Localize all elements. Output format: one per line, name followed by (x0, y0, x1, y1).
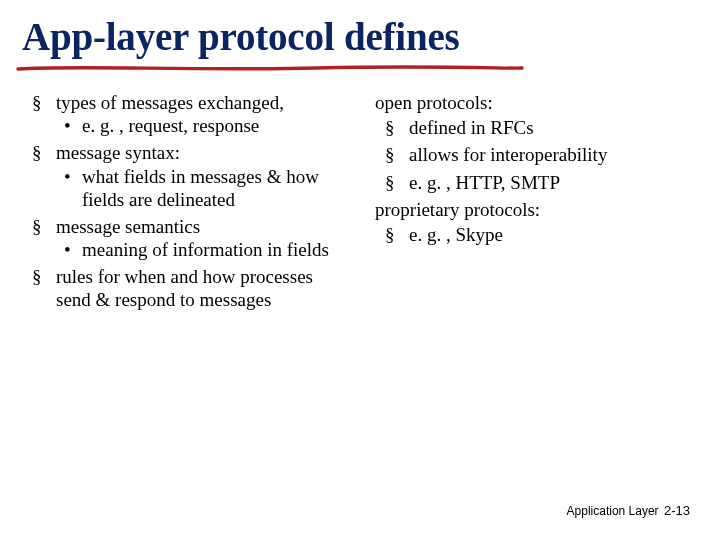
title-underline (22, 63, 698, 73)
list-item: message semantics meaning of information… (56, 215, 345, 261)
sub-list: what fields in messages & how fields are… (56, 165, 345, 211)
footer: Application Layer 2-13 (567, 503, 690, 518)
list-item: rules for when and how processes send & … (56, 265, 345, 311)
footer-page: 2-13 (664, 503, 690, 518)
section-heading: open protocols: (375, 91, 698, 114)
section-heading: proprietary protocols: (375, 198, 698, 221)
list-item: e. g. , HTTP, SMTP (409, 171, 698, 194)
list-text: rules for when and how processes send & … (56, 266, 313, 310)
sub-item: what fields in messages & how fields are… (82, 165, 345, 211)
right-column: open protocols: defined in RFCs allows f… (373, 91, 698, 316)
slide: App-layer protocol defines types of mess… (0, 0, 720, 540)
list-item: e. g. , Skype (409, 223, 698, 246)
underline-stroke (16, 63, 524, 75)
list-text: message semantics (56, 216, 200, 237)
list-item: allows for interoperability (409, 143, 698, 166)
list-item: message syntax: what fields in messages … (56, 141, 345, 211)
slide-title: App-layer protocol defines (22, 14, 698, 59)
list-text: message syntax: (56, 142, 180, 163)
left-column: types of messages exchanged, e. g. , req… (22, 91, 345, 316)
left-list: types of messages exchanged, e. g. , req… (22, 91, 345, 312)
sub-list: e. g. , request, response (56, 114, 345, 137)
content-columns: types of messages exchanged, e. g. , req… (22, 91, 698, 316)
sub-list: meaning of information in fields (56, 238, 345, 261)
footer-section: Application Layer (567, 504, 659, 518)
sub-item: meaning of information in fields (82, 238, 345, 261)
list-text: types of messages exchanged, (56, 92, 284, 113)
right-list: e. g. , Skype (375, 223, 698, 246)
list-item: types of messages exchanged, e. g. , req… (56, 91, 345, 137)
right-list: defined in RFCs allows for interoperabil… (375, 116, 698, 194)
list-item: defined in RFCs (409, 116, 698, 139)
sub-item: e. g. , request, response (82, 114, 345, 137)
